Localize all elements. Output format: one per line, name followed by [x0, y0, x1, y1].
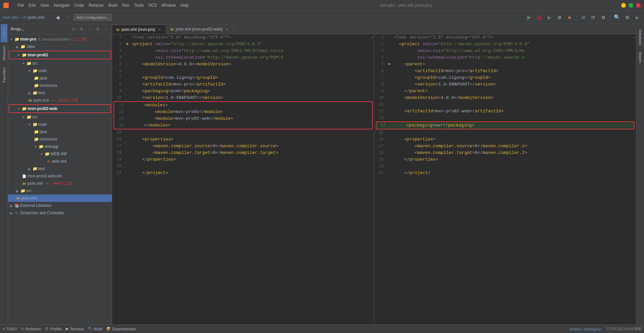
profile-button[interactable]: ⚙: [555, 13, 563, 21]
maximize-button[interactable]: [629, 3, 633, 8]
tree-item-src3[interactable]: ▶ 📁 src: [8, 187, 112, 195]
tree-item-webapp[interactable]: ▼ 📁 webapp: [8, 143, 112, 150]
vtab-project[interactable]: Project: [1, 24, 7, 42]
tree-item-iml[interactable]: 📄 mvn-pro02-web.iml: [8, 172, 112, 180]
tree-arrow: ▼: [21, 115, 26, 119]
menu-file[interactable]: File: [15, 2, 26, 8]
status-terminal[interactable]: ▶ Terminal: [66, 327, 84, 331]
iml-icon: 📄: [21, 173, 27, 179]
tree-item-webxml[interactable]: ⚙ web.xml: [8, 158, 112, 165]
line-content: <maven.compiler.target>8</maven.compiler…: [393, 150, 636, 156]
tree-item-java2[interactable]: 📁 java: [8, 128, 112, 135]
menu-edit[interactable]: Edit: [27, 2, 38, 8]
tree-item-test1[interactable]: ▶ 📁 test: [8, 89, 112, 97]
tree-item-extlib[interactable]: ▶ 📚 External Libraries: [8, 202, 112, 209]
database-label[interactable]: Database: [638, 27, 643, 48]
close-panel-icon[interactable]: −: [102, 26, 109, 33]
tree-item-pom1[interactable]: m pom.xml ← java子工程: [8, 97, 112, 104]
tree-item-test2[interactable]: ▶ 📁 test: [8, 165, 112, 172]
tree-item-webinf[interactable]: ▼ 📁 WEB-INF: [8, 150, 112, 158]
tree-item-src1[interactable]: ▼ 📁 src: [8, 60, 112, 67]
search-button[interactable]: 🔍: [613, 13, 621, 21]
vtab-structure[interactable]: Structure: [1, 42, 7, 64]
add-configuration-button[interactable]: Add Configuration...: [74, 14, 112, 21]
menu-run[interactable]: Run: [120, 2, 132, 8]
status-dependencies[interactable]: 📦 Dependencies: [106, 327, 136, 331]
tree-item-mvn-pro01[interactable]: ▼ 📁 mvn-pro01: [9, 51, 110, 59]
tree-item-main1[interactable]: ▼ 📁 main: [8, 67, 112, 74]
close-button[interactable]: [636, 3, 641, 8]
menu-tools[interactable]: Tools: [132, 2, 146, 8]
refresh2-button[interactable]: ⟳: [589, 13, 597, 21]
tree-item-java1[interactable]: 📁 java: [8, 74, 112, 82]
locate-icon[interactable]: ⊙: [70, 26, 77, 33]
menu-navigate[interactable]: Navigate: [52, 2, 72, 8]
todo-icon: ≡: [3, 327, 5, 331]
code-line-15: 15: [112, 129, 374, 136]
tree-item-scratches[interactable]: ▶ ✏ Scratches and Consoles: [8, 209, 112, 217]
code-line-r15: 15: [374, 129, 636, 136]
run-button[interactable]: ▶: [525, 13, 533, 21]
back-button[interactable]: ◀: [53, 13, 61, 21]
tree-item-mvn-pro[interactable]: ▼ 📁 mvn-pro E:\develop\ideaWor 父工程: [8, 36, 112, 43]
status-profiler[interactable]: ⏱ Profiler: [45, 327, 62, 331]
breadcrumb-project[interactable]: mvn-pro: [3, 15, 19, 20]
vtab-favorites[interactable]: Favorites: [1, 64, 7, 86]
menu-build[interactable]: Build: [106, 2, 120, 8]
line-num: 2: [374, 41, 386, 48]
tree-arrow: ▼: [9, 37, 13, 41]
run-green-button[interactable]: ▶: [633, 13, 641, 21]
menu-window[interactable]: Window: [159, 2, 178, 8]
maven-label[interactable]: Maven: [638, 49, 643, 66]
breadcrumb-file[interactable]: m: [23, 15, 27, 20]
minimize-button[interactable]: [621, 3, 626, 8]
code-line-r1: 1 <?xml version="1.0" encoding="UTF-8"?>…: [374, 34, 636, 41]
debug-button[interactable]: 🐞: [535, 13, 543, 21]
tree-arrow: ▼: [21, 61, 26, 65]
stop-button[interactable]: ■: [565, 13, 573, 21]
tab-left-pom[interactable]: m pom.xml (mvn-pro) ✕: [112, 24, 166, 34]
coverage-button[interactable]: ▶: [545, 13, 553, 21]
tree-item-pom3[interactable]: m pom.xml: [8, 195, 112, 202]
tree-item-pom2[interactable]: m pom.xml ← web子工程: [8, 180, 112, 187]
status-problems[interactable]: ⚠ Problems: [21, 327, 41, 331]
line-content: xsi:schemaLocation="http://maven.apache.…: [393, 54, 636, 61]
tab-close-right[interactable]: ✕: [225, 27, 229, 32]
todo-label: TODO: [6, 327, 17, 331]
line-content: <module>mvn-pro02-web</module>: [132, 115, 372, 122]
status-left: ≡ TODO ⚠ Problems ⏱ Profiler ▶ Terminal …: [3, 327, 136, 331]
code-editor-right[interactable]: 1 <?xml version="1.0" encoding="UTF-8"?>…: [374, 34, 636, 324]
menu-help[interactable]: Help: [178, 2, 191, 8]
refresh-button[interactable]: ↺: [579, 13, 587, 21]
tree-item-src2[interactable]: ▼ 📁 src: [8, 113, 112, 121]
line-num: 21: [112, 170, 124, 176]
menu-code[interactable]: Code: [72, 2, 86, 8]
settings-button[interactable]: ⚙: [599, 13, 607, 21]
gear-button[interactable]: ⚙: [623, 13, 631, 21]
tree-item-resources2[interactable]: 📁 resources: [8, 135, 112, 143]
tree-arrow: ▼: [17, 107, 21, 111]
tree-item-idea[interactable]: ▶ 📁 .idea: [8, 43, 112, 50]
tree-item-mvn-pro02-web[interactable]: ▼ 📁 mvn-pro02-web: [9, 105, 110, 112]
status-todo[interactable]: ≡ TODO: [3, 327, 17, 331]
git-button[interactable]: ⑂: [63, 13, 72, 21]
tab-close-left[interactable]: ✕: [157, 27, 162, 32]
line-content: <groupId>com.ligong</groupId>: [130, 74, 374, 81]
breadcrumb-filename[interactable]: pom.xml: [28, 15, 44, 20]
toolbar: mvn-pro › m pom.xml ◀ ⑂ Add Configuratio…: [0, 11, 644, 24]
code-editor-left[interactable]: 1 <?xml version="1.0" encoding="UTF-8"?>…: [112, 34, 374, 324]
menu-refactor[interactable]: Refactor: [87, 2, 106, 8]
tab-right-pom[interactable]: m pom.xml (mvn-pro02-web) ✕: [166, 24, 234, 34]
project-panel: Proje... ⊙ ⇅ ↕ ⚙ − ▼ 📁 mvn-pro E:\develo…: [8, 24, 112, 324]
status-build[interactable]: 🔨 Build: [88, 327, 102, 331]
tree-item-resources1[interactable]: 📁 resources: [8, 82, 112, 89]
menu-view[interactable]: View: [38, 2, 51, 8]
settings-icon[interactable]: ⚙: [94, 26, 101, 33]
code-line-11: 11 <modules>: [114, 102, 372, 109]
menu-vcs[interactable]: VCS: [146, 2, 159, 8]
line-num: 15: [112, 129, 124, 136]
tree-arrow: ▶: [15, 45, 19, 49]
tree-item-main2[interactable]: ▼ 📁 main: [8, 121, 112, 128]
expand-icon[interactable]: ⇅: [78, 26, 85, 33]
collapse-icon[interactable]: ↕: [86, 26, 93, 33]
